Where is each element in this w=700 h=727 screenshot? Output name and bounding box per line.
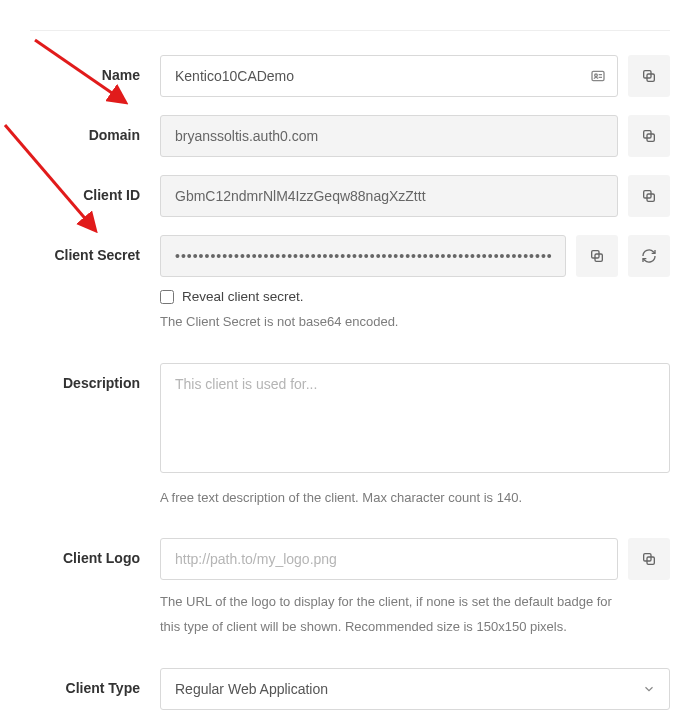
copy-icon [641, 128, 657, 144]
client-logo-helper: The URL of the logo to display for the c… [160, 590, 618, 639]
client-secret-encoding-note: The Client Secret is not base64 encoded. [160, 310, 566, 335]
copy-icon [641, 551, 657, 567]
client-id-value: GbmC12ndmrNlM4IzzGeqw88nagXzZttt [160, 175, 618, 217]
copy-client-secret-button[interactable] [576, 235, 618, 277]
top-divider [30, 30, 670, 31]
reveal-client-secret-label: Reveal client secret. [182, 289, 304, 304]
copy-client-logo-button[interactable] [628, 538, 670, 580]
client-type-label: Client Type [30, 668, 160, 696]
copy-icon [641, 188, 657, 204]
name-input[interactable] [160, 55, 618, 97]
copy-domain-button[interactable] [628, 115, 670, 157]
client-type-helper: The type of client will determine which … [160, 720, 670, 727]
copy-icon [641, 68, 657, 84]
client-secret-value: ••••••••••••••••••••••••••••••••••••••••… [160, 235, 566, 277]
client-type-select[interactable]: Regular Web Application [160, 668, 670, 710]
domain-value: bryanssoltis.auth0.com [160, 115, 618, 157]
svg-point-3 [595, 74, 598, 77]
regenerate-client-secret-button[interactable] [628, 235, 670, 277]
client-id-label: Client ID [30, 175, 160, 203]
contact-card-icon [588, 68, 608, 84]
domain-label: Domain [30, 115, 160, 143]
reveal-client-secret-toggle[interactable]: Reveal client secret. [160, 289, 566, 304]
name-label: Name [30, 55, 160, 83]
reveal-client-secret-checkbox[interactable] [160, 290, 174, 304]
copy-name-button[interactable] [628, 55, 670, 97]
description-helper: A free text description of the client. M… [160, 486, 670, 511]
svg-rect-2 [592, 71, 604, 80]
copy-client-id-button[interactable] [628, 175, 670, 217]
refresh-icon [641, 248, 657, 264]
client-secret-label: Client Secret [30, 235, 160, 263]
copy-icon [589, 248, 605, 264]
client-logo-label: Client Logo [30, 538, 160, 566]
client-logo-input[interactable] [160, 538, 618, 580]
description-textarea[interactable] [160, 363, 670, 473]
description-label: Description [30, 363, 160, 391]
